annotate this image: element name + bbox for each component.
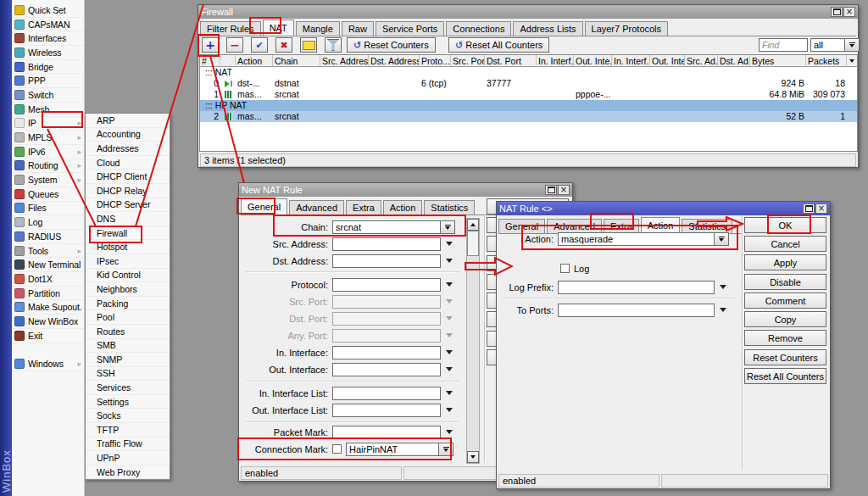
- sidebar-item-mesh[interactable]: Mesh: [12, 103, 84, 117]
- sidebar-item-queues[interactable]: Queues: [12, 187, 84, 202]
- sidebar-item-make-supout-rif[interactable]: Make Supout.rif: [12, 300, 84, 315]
- field-input[interactable]: [332, 387, 441, 400]
- log-prefix-input[interactable]: [558, 281, 715, 294]
- sidebar-item-ipv6[interactable]: IPv6▸: [12, 145, 84, 159]
- field-input[interactable]: [332, 237, 441, 251]
- combo-button[interactable]: [441, 220, 455, 234]
- column-header-packets[interactable]: Packets: [806, 55, 847, 67]
- sidebar-item-mpls[interactable]: MPLS▸: [12, 131, 84, 145]
- field-input[interactable]: HairPinNAT: [346, 443, 439, 456]
- submenu-item-kid-control[interactable]: Kid Control: [86, 269, 170, 283]
- submenu-item-hotspot[interactable]: Hotspot: [86, 240, 170, 254]
- column-header-src-port[interactable]: Src. Port: [451, 55, 485, 67]
- sidebar-item-exit[interactable]: Exit: [12, 329, 84, 343]
- field-input[interactable]: [332, 346, 441, 359]
- column-header-src-ad[interactable]: Src. Ad...: [685, 55, 718, 67]
- scroll-down-icon[interactable]: [467, 451, 479, 463]
- maximize-icon[interactable]: [831, 7, 843, 17]
- sidebar-item-system[interactable]: System▸: [12, 173, 84, 187]
- maximize-icon[interactable]: [803, 203, 815, 214]
- dropdown-icon[interactable]: [446, 242, 453, 246]
- field-input[interactable]: srcnat: [332, 220, 441, 234]
- field-input[interactable]: [332, 363, 441, 376]
- field-input[interactable]: [332, 312, 441, 326]
- tab-statistics[interactable]: Statistics: [424, 200, 475, 215]
- nat-rule-titlebar[interactable]: NAT Rule <> ×: [497, 202, 830, 215]
- submenu-item-ipsec[interactable]: IPsec: [86, 254, 170, 269]
- tab-filter-rules[interactable]: Filter Rules: [200, 21, 261, 36]
- field-input[interactable]: [332, 295, 441, 309]
- submenu-item-socks[interactable]: Socks: [86, 409, 170, 423]
- dropdown-icon[interactable]: [720, 285, 726, 289]
- enable-button[interactable]: ✔: [251, 37, 268, 53]
- action-input[interactable]: masquerade: [558, 232, 715, 246]
- column-header-icon[interactable]: [220, 55, 236, 67]
- sidebar-item-capsman[interactable]: CAPsMAN: [12, 18, 84, 32]
- tab-service-ports[interactable]: Service Ports: [376, 21, 444, 36]
- remove-button[interactable]: −: [226, 37, 243, 53]
- field-input[interactable]: [332, 426, 441, 439]
- column-header-dst-address[interactable]: Dst. Address: [369, 55, 420, 67]
- reset-all-counters-button[interactable]: ↺Reset All Counters: [448, 37, 549, 53]
- table-row[interactable]: 0dst-...dstnat6 (tcp)37777924 B18: [200, 78, 858, 89]
- table-comment-row[interactable]: ::: NAT: [200, 67, 858, 78]
- column-header-src-address[interactable]: Src. Address: [320, 55, 369, 67]
- submenu-item-dns[interactable]: DNS: [86, 212, 170, 226]
- sidebar-item-interfaces[interactable]: Interfaces: [12, 31, 84, 46]
- disable-button[interactable]: ✖: [275, 37, 292, 53]
- submenu-item-smb[interactable]: SMB: [86, 339, 170, 354]
- column-header-dst-port[interactable]: Dst. Port: [485, 55, 537, 67]
- reset-all-counters-button[interactable]: Reset All Counters: [744, 368, 826, 384]
- reset-counters-button[interactable]: ↺Reset Counters: [347, 37, 436, 53]
- submenu-item-addresses[interactable]: Addresses: [86, 142, 170, 156]
- tab-nat[interactable]: NAT: [263, 20, 294, 36]
- find-scope-dropdown[interactable]: all: [810, 38, 860, 52]
- firewall-titlebar[interactable]: Firewall ×: [198, 5, 858, 19]
- dropdown-icon[interactable]: [446, 367, 453, 371]
- column-select-button[interactable]: [847, 55, 858, 67]
- column-header-out-inte[interactable]: Out. Inte...: [574, 55, 612, 67]
- dropdown-icon[interactable]: [446, 430, 453, 434]
- dropdown-icon[interactable]: [446, 391, 453, 395]
- dropdown-icon[interactable]: [720, 308, 726, 312]
- submenu-item-pool[interactable]: Pool: [86, 310, 170, 325]
- column-header-in-interf[interactable]: In. Interf...: [537, 55, 574, 67]
- filter-button[interactable]: [325, 37, 342, 53]
- table-comment-row[interactable]: ::: HP NAT: [200, 100, 858, 111]
- close-icon[interactable]: ×: [843, 7, 855, 17]
- log-checkbox[interactable]: [560, 264, 570, 273]
- cancel-button[interactable]: Cancel: [744, 236, 826, 252]
- sidebar-item-switch[interactable]: Switch: [12, 88, 84, 103]
- sidebar-item-ppp[interactable]: PPP: [12, 74, 84, 88]
- scroll-up-icon[interactable]: [467, 219, 479, 231]
- form-scrollbar[interactable]: [466, 218, 480, 464]
- dropdown-icon[interactable]: [446, 259, 453, 263]
- submenu-item-dhcp-client[interactable]: DHCP Client: [86, 170, 170, 184]
- submenu-item-packing[interactable]: Packing: [86, 297, 170, 311]
- dropdown-icon[interactable]: [845, 38, 860, 52]
- copy-button[interactable]: Copy: [744, 311, 826, 327]
- find-input[interactable]: [759, 38, 808, 52]
- sidebar-item-bridge[interactable]: Bridge: [12, 60, 84, 75]
- submenu-item-tftp[interactable]: TFTP: [86, 423, 170, 437]
- tab-extra[interactable]: Extra: [346, 200, 381, 215]
- dropdown-icon[interactable]: [446, 299, 453, 304]
- tab-connections[interactable]: Connections: [446, 21, 511, 36]
- field-input[interactable]: [332, 329, 441, 343]
- comment-button[interactable]: Comment: [744, 293, 826, 309]
- sidebar-item-tools[interactable]: Tools▸: [12, 244, 84, 259]
- field-input[interactable]: [332, 404, 441, 417]
- sidebar-item-partition[interactable]: Partition: [12, 287, 84, 301]
- tab-action[interactable]: Action: [383, 200, 423, 215]
- submenu-item-routes[interactable]: Routes: [86, 325, 170, 339]
- tab-advanced[interactable]: Advanced: [289, 200, 344, 215]
- submenu-item-firewall[interactable]: Firewall: [86, 226, 170, 241]
- comment-button[interactable]: [300, 37, 317, 53]
- ok-button[interactable]: OK: [744, 217, 826, 233]
- tab-raw[interactable]: Raw: [342, 21, 374, 36]
- dropdown-icon[interactable]: [446, 350, 453, 354]
- combo-button[interactable]: [715, 232, 729, 246]
- submenu-item-dhcp-server[interactable]: DHCP Server: [86, 198, 170, 213]
- column-header-action[interactable]: Action: [236, 55, 273, 67]
- remove-button[interactable]: Remove: [744, 330, 826, 346]
